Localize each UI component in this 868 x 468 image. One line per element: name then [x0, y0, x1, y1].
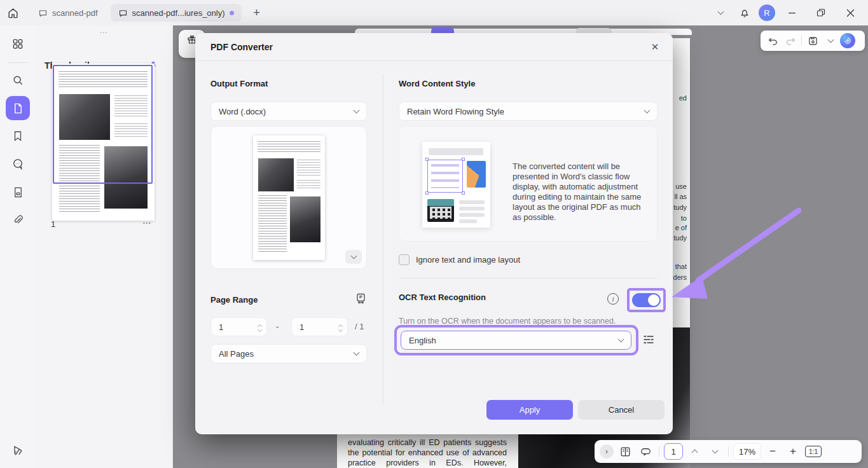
- bookmark-icon: [12, 130, 24, 142]
- chevron-down-icon: [712, 448, 718, 454]
- illus-image-block: [467, 161, 486, 188]
- tab-label: scanned-pdf...iures_only): [132, 8, 225, 18]
- pdf-converter-dialog: PDF Converter ✕ Output Format Word (.doc…: [195, 33, 673, 434]
- page-from-stepper[interactable]: 1: [210, 317, 267, 336]
- sidebar-item-bookmarks[interactable]: [6, 124, 30, 148]
- word-style-select[interactable]: Retain Word Flowing Style: [399, 102, 658, 121]
- page-range-label: Page Range: [210, 295, 367, 305]
- ignore-layout-checkbox[interactable]: [399, 254, 410, 265]
- tab-scanned-pdf[interactable]: scanned-pdf: [31, 4, 106, 22]
- sidebar-item-comments[interactable]: [6, 152, 30, 176]
- tab-scanned-pdf-figures[interactable]: scanned-pdf...iures_only): [111, 4, 242, 22]
- chevron-down-icon: [644, 107, 651, 114]
- save-button[interactable]: [804, 32, 821, 49]
- ocr-info-button[interactable]: i: [607, 293, 619, 305]
- selection-handle: [462, 191, 465, 195]
- range-dash: -: [276, 322, 279, 331]
- dialog-header: PDF Converter ✕: [195, 33, 673, 61]
- avatar[interactable]: R: [759, 4, 775, 21]
- page-layout-button[interactable]: [616, 443, 634, 460]
- search-icon: [11, 74, 24, 86]
- page-from-value: 1: [219, 322, 223, 332]
- doc-text-fragment: ders: [673, 273, 687, 281]
- illus-line: [459, 213, 485, 217]
- output-format-label: Output Format: [210, 79, 268, 88]
- annotation-highlight-language: [394, 325, 638, 355]
- illus-table-grid: [430, 207, 451, 219]
- preview-page: [253, 135, 325, 260]
- save-options-button[interactable]: [822, 32, 839, 49]
- sliders-icon: [642, 333, 655, 346]
- redo-icon: [785, 36, 796, 46]
- redo-button[interactable]: [782, 32, 799, 49]
- close-icon: ✕: [651, 41, 659, 53]
- page-to-stepper[interactable]: 1: [291, 317, 348, 336]
- plus-icon: +: [253, 6, 260, 20]
- ocr-label: OCR Text Recognition: [399, 292, 486, 302]
- zoom-level[interactable]: 17%: [733, 443, 761, 460]
- toolbar-collapse-button[interactable]: ›: [600, 444, 614, 458]
- sidebar: [0, 25, 36, 468]
- illus-title-bar: [429, 148, 483, 155]
- sidebar-item-appearance[interactable]: [6, 439, 30, 463]
- ignore-layout-checkbox-row[interactable]: Ignore text and image layout: [399, 254, 520, 265]
- document-body-text: evaluating critically ill ED patients su…: [348, 437, 507, 468]
- chevron-down-icon: [338, 327, 343, 331]
- maximize-button[interactable]: [808, 3, 834, 23]
- apply-button[interactable]: Apply: [486, 400, 573, 420]
- actual-size-button[interactable]: 1:1: [804, 443, 822, 460]
- illus-selection-box: [427, 160, 463, 193]
- page-thumbnail[interactable]: [52, 64, 155, 221]
- ai-assistant-button[interactable]: [840, 33, 855, 48]
- stepper-arrows[interactable]: [258, 323, 261, 331]
- output-format-select[interactable]: Word (.docx): [210, 102, 367, 121]
- viewport-indicator[interactable]: [53, 65, 153, 184]
- annotation-highlight-toggle: [627, 288, 666, 312]
- next-page-button[interactable]: [706, 443, 724, 460]
- preview-expand-button[interactable]: [345, 250, 362, 264]
- toolbar-divider: [659, 446, 659, 457]
- zoom-out-button[interactable]: −: [764, 445, 782, 458]
- style-description-text: The converted content will be presented …: [513, 162, 649, 223]
- preview-text-col: [297, 180, 320, 190]
- comment-bubble-icon: [640, 446, 652, 458]
- tabs-dropdown-button[interactable]: [710, 3, 731, 23]
- selection-handle: [425, 191, 429, 195]
- swatches-icon: [11, 444, 24, 457]
- tab-document-icon: [118, 8, 128, 18]
- close-window-button[interactable]: [837, 3, 863, 23]
- minimize-button[interactable]: [779, 3, 804, 23]
- cancel-button[interactable]: Cancel: [578, 400, 665, 420]
- annotation-mode-button[interactable]: [637, 443, 654, 460]
- sidebar-item-thumbnails[interactable]: [6, 96, 30, 120]
- doc-text-fragment: that: [675, 263, 687, 270]
- stepper-arrows[interactable]: [339, 323, 342, 331]
- zoom-in-button[interactable]: +: [784, 445, 802, 458]
- pages-scope-value: All Pages: [219, 349, 254, 359]
- page-number-input[interactable]: [664, 443, 683, 460]
- sidebar-item-attachments[interactable]: [6, 208, 30, 232]
- notifications-button[interactable]: [734, 3, 755, 23]
- home-button[interactable]: [0, 0, 25, 25]
- undo-button[interactable]: [764, 32, 781, 49]
- custom-range-button[interactable]: [355, 292, 367, 306]
- dialog-column-divider: [383, 74, 383, 404]
- book-icon: [619, 446, 631, 458]
- thumbnail-page-number: 1: [51, 219, 55, 229]
- undo-icon: [768, 36, 778, 46]
- sidebar-item-fields[interactable]: [6, 180, 30, 204]
- pages-scope-select[interactable]: All Pages: [210, 344, 367, 363]
- sidebar-item-apps[interactable]: [6, 32, 30, 56]
- doc-text-fragment: use: [675, 182, 687, 190]
- new-tab-button[interactable]: +: [248, 4, 266, 22]
- zoom-value: 17%: [739, 447, 755, 457]
- tab-document-icon: [38, 8, 48, 18]
- dialog-close-button[interactable]: ✕: [646, 38, 664, 56]
- info-icon: i: [612, 295, 614, 303]
- panel-resize-handle[interactable]: ⋯: [36, 28, 172, 37]
- sidebar-item-search[interactable]: [6, 68, 30, 92]
- toolbar-divider: [801, 36, 802, 46]
- ocr-advanced-settings-button[interactable]: [642, 333, 655, 348]
- previous-page-button[interactable]: [685, 443, 703, 460]
- thumbnail-more-button[interactable]: ⋯: [142, 217, 152, 228]
